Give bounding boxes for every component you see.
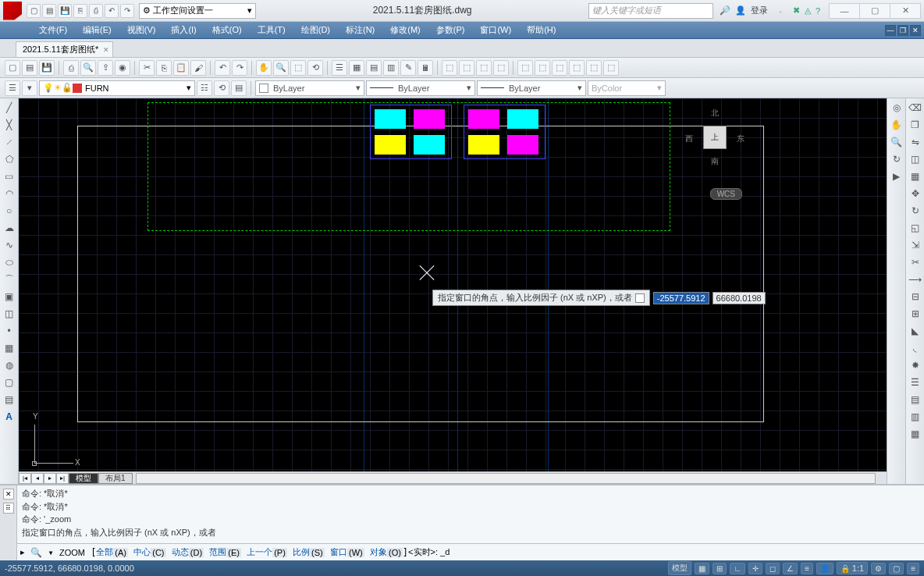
cut-icon[interactable]: ✂ (139, 60, 155, 76)
viewcube-e[interactable]: 东 (737, 133, 745, 144)
menu-modify[interactable]: 修改(M) (382, 23, 428, 37)
menu-tools[interactable]: 工具(T) (250, 23, 293, 37)
a360-icon[interactable]: ◬ (805, 5, 811, 16)
cmd-close-icon[interactable]: ✕ (3, 489, 14, 500)
zoom8-icon[interactable]: ⬚ (569, 60, 585, 76)
scale-readout[interactable]: 🔒 1:1 (837, 562, 868, 574)
line-icon[interactable]: ╱ (2, 100, 17, 116)
zoom-rt-icon[interactable]: 🔍 (273, 60, 289, 76)
help-icon[interactable]: ? (816, 6, 820, 16)
ortho-toggle-icon[interactable]: ∟ (730, 563, 745, 574)
toolpal-icon[interactable]: ▤ (366, 60, 382, 76)
customize-icon[interactable]: ≡ (907, 563, 919, 574)
insert-icon[interactable]: ▣ (2, 289, 17, 304)
orbit-icon[interactable]: ↻ (889, 151, 904, 167)
redo-icon[interactable]: ↷ (232, 60, 247, 76)
paste-icon[interactable]: 📋 (173, 60, 189, 76)
otrack-toggle-icon[interactable]: ∠ (783, 563, 798, 574)
tab-first-icon[interactable]: |◂ (19, 473, 31, 484)
login-label[interactable]: 登录 (751, 5, 768, 16)
block-icon[interactable]: ◫ (2, 306, 17, 322)
erase-icon[interactable]: ⌫ (908, 100, 923, 116)
scale-icon[interactable]: ◱ (908, 220, 923, 236)
move-icon[interactable]: ✥ (908, 186, 923, 201)
text-icon[interactable]: A (2, 409, 17, 425)
menu-draw[interactable]: 绘图(D) (293, 23, 338, 37)
table-icon[interactable]: ▤ (2, 392, 17, 407)
save-icon[interactable]: 💾 (58, 4, 72, 18)
drawing-canvas[interactable]: 指定窗口的角点，输入比例因子 (nX 或 nXP)，或者 -25577.5912… (19, 98, 887, 471)
polar-toggle-icon[interactable]: ✛ (748, 563, 762, 574)
revcloud-icon[interactable]: ☁ (2, 220, 17, 236)
hatch-icon[interactable]: ▦ (2, 340, 17, 356)
menu-format[interactable]: 格式(O) (204, 23, 250, 37)
tab-next-icon[interactable]: ▸ (44, 473, 56, 484)
copy-icon[interactable]: ⎘ (156, 60, 172, 76)
pan2-icon[interactable]: ✋ (889, 117, 904, 133)
coord-y-input[interactable]: 66680.0198 (713, 292, 766, 304)
linetype-dropdown[interactable]: ByLayer▾ (366, 80, 475, 96)
doc-minimize-icon[interactable]: — (885, 25, 896, 36)
h-scrollbar[interactable] (136, 473, 876, 484)
binoculars-icon[interactable]: 🔎 (720, 5, 730, 16)
print-icon[interactable]: ⎙ (89, 4, 103, 18)
menu-help[interactable]: 帮助(H) (519, 23, 563, 37)
print-icon[interactable]: ⎙ (63, 60, 79, 76)
rotate-icon[interactable]: ↻ (908, 203, 923, 219)
point-icon[interactable]: • (2, 323, 17, 339)
gear-icon[interactable]: ⚙ (871, 563, 886, 574)
chamfer-icon[interactable]: ◣ (908, 323, 923, 339)
extend-icon[interactable]: ⟶ (908, 272, 923, 287)
lwt-toggle-icon[interactable]: ≡ (801, 563, 813, 574)
menu-param[interactable]: 参数(P) (428, 23, 473, 37)
exchange-icon[interactable]: ✖ (793, 5, 800, 16)
arc-icon[interactable]: ◠ (2, 186, 17, 201)
matchprop-icon[interactable]: 🖌 (190, 60, 206, 76)
cmd-handle-icon[interactable]: ⠿ (3, 503, 14, 514)
layout1-tab[interactable]: 布局1 (98, 473, 133, 484)
command-input[interactable]: ▸ 🔍 ▾ ZOOM [全部(A) 中心(C) 动态(D) 范围(E) 上一个(… (17, 543, 924, 560)
layermatch-icon[interactable]: ☷ (197, 80, 212, 96)
undo-icon[interactable]: ↶ (105, 4, 119, 18)
more3-icon[interactable]: ▦ (908, 426, 923, 442)
3ddwf-icon[interactable]: ◉ (115, 60, 130, 76)
doc-restore-icon[interactable]: ❐ (897, 25, 908, 36)
viewcube-s[interactable]: 南 (711, 156, 719, 167)
menu-edit[interactable]: 编辑(E) (75, 23, 119, 37)
wheel-icon[interactable]: ◎ (889, 100, 904, 116)
layer-dropdown[interactable]: 💡 ☀ 🔓 FURN ▾ (39, 80, 195, 96)
minimize-button[interactable]: — (829, 3, 860, 19)
zoom3-icon[interactable]: ⬚ (476, 60, 492, 76)
close-button[interactable]: ✕ (890, 3, 921, 19)
stretch-icon[interactable]: ⇲ (908, 237, 923, 253)
plotstyle-dropdown[interactable]: ByColor▾ (588, 80, 666, 96)
menu-file[interactable]: 文件(F) (31, 23, 75, 37)
doc-close-icon[interactable]: ✕ (910, 25, 921, 36)
break-icon[interactable]: ⊟ (908, 289, 923, 304)
open-icon[interactable]: ▤ (42, 4, 56, 18)
options-icon[interactable] (635, 293, 645, 303)
app-logo-icon[interactable] (3, 2, 22, 20)
viewcube-top[interactable]: 上 (703, 126, 727, 149)
zoom10-icon[interactable]: ⬚ (603, 60, 619, 76)
more1-icon[interactable]: ▤ (908, 392, 923, 407)
pan-icon[interactable]: ✋ (256, 60, 272, 76)
osnap-toggle-icon[interactable]: ◻ (766, 563, 780, 574)
new-icon[interactable]: ▢ (27, 4, 41, 18)
draworder-icon[interactable]: ☰ (908, 375, 923, 390)
zoom-win-icon[interactable]: ⬚ (290, 60, 306, 76)
maximize-button[interactable]: ▢ (859, 3, 890, 19)
circle-icon[interactable]: ○ (2, 203, 17, 219)
layeriso-icon[interactable]: ▤ (231, 80, 247, 96)
new-icon[interactable]: ▢ (5, 60, 20, 76)
snap-toggle-icon[interactable]: ⊞ (713, 563, 727, 574)
command-history[interactable]: 命令: *取消* 命令: *取消* 命令: '_zoom 指定窗口的角点，输入比… (17, 485, 924, 543)
layerprops-icon[interactable]: ☰ (5, 80, 20, 96)
trim-icon[interactable]: ✂ (908, 254, 923, 270)
viewcube-n[interactable]: 北 (711, 108, 719, 119)
view-cube[interactable]: 上 北 南 西 东 (684, 106, 746, 169)
zoom9-icon[interactable]: ⬚ (586, 60, 602, 76)
zoom6-icon[interactable]: ⬚ (535, 60, 550, 76)
fillet-icon[interactable]: ◟ (908, 340, 923, 356)
zoom1-icon[interactable]: ⬚ (442, 60, 457, 76)
